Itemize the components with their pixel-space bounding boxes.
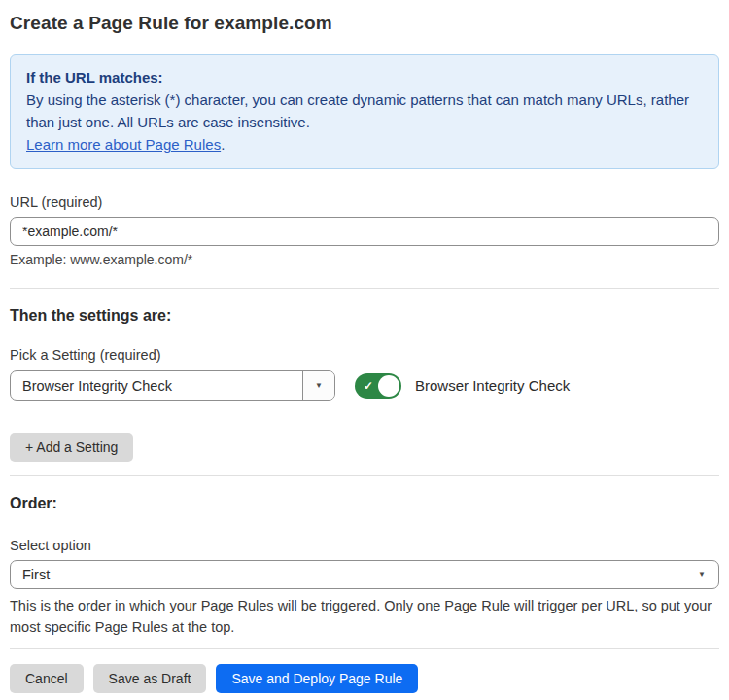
info-box-link-line: Learn more about Page Rules. xyxy=(26,133,703,156)
order-select-label: Select option xyxy=(10,538,719,553)
add-setting-button[interactable]: + Add a Setting xyxy=(10,433,133,462)
url-field-label: URL (required) xyxy=(10,194,719,210)
divider xyxy=(10,648,719,649)
link-suffix: . xyxy=(221,136,225,153)
chevron-down-icon: ▼ xyxy=(698,571,706,578)
order-select-value: First xyxy=(22,567,50,582)
page-rule-form: Create a Page Rule for example.com If th… xyxy=(0,13,729,693)
pick-setting-label: Pick a Setting (required) xyxy=(10,347,719,363)
divider xyxy=(10,288,719,289)
setting-dropdown-value: Browser Integrity Check xyxy=(11,371,302,400)
browser-integrity-toggle[interactable]: ✓ xyxy=(355,373,401,399)
footer-actions: Cancel Save as Draft Save and Deploy Pag… xyxy=(10,664,719,693)
order-section-heading: Order: xyxy=(10,495,719,512)
toggle-knob xyxy=(378,375,399,397)
setting-dropdown[interactable]: Browser Integrity Check ▼ xyxy=(10,370,335,401)
divider xyxy=(10,475,719,476)
url-match-info-box: If the URL matches: By using the asteris… xyxy=(10,54,719,169)
save-as-draft-button[interactable]: Save as Draft xyxy=(93,664,207,693)
save-and-deploy-button[interactable]: Save and Deploy Page Rule xyxy=(216,664,418,693)
check-icon: ✓ xyxy=(364,379,373,391)
toggle-setting-label: Browser Integrity Check xyxy=(415,377,570,394)
learn-more-link[interactable]: Learn more about Page Rules xyxy=(26,136,221,153)
order-helper-text: This is the order in which your Page Rul… xyxy=(10,595,719,638)
url-input[interactable] xyxy=(10,217,719,246)
url-example-helper: Example: www.example.com/* xyxy=(10,252,719,267)
info-box-heading: If the URL matches: xyxy=(26,66,703,88)
settings-section-heading: Then the settings are: xyxy=(10,307,719,325)
info-box-body: By using the asterisk (*) character, you… xyxy=(26,88,703,133)
setting-dropdown-caret-button[interactable]: ▼ xyxy=(302,371,334,400)
setting-row: Browser Integrity Check ▼ ✓ Browser Inte… xyxy=(10,370,719,401)
order-select[interactable]: First ▼ xyxy=(10,560,719,589)
chevron-down-icon: ▼ xyxy=(315,382,323,390)
page-title: Create a Page Rule for example.com xyxy=(10,13,719,34)
cancel-button[interactable]: Cancel xyxy=(10,664,84,693)
